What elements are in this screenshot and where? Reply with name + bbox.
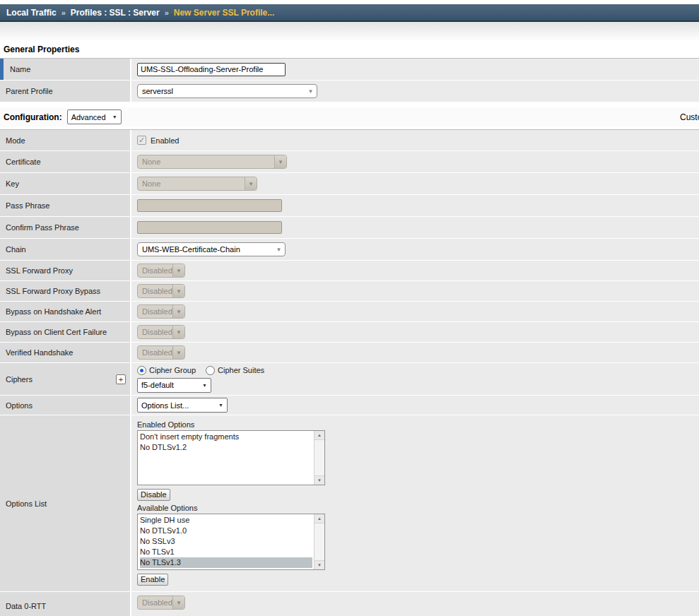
server-ssl-profile-page: Local Traffic » Profiles : SSL : Server … — [0, 0, 699, 616]
data-0rtt-select-disabled: Disabled — [137, 596, 185, 610]
scroll-up-icon[interactable] — [315, 514, 324, 523]
cipher-suites-radio-label: Cipher Suites — [218, 366, 264, 374]
certificate-value-cell: None — [131, 151, 699, 173]
configuration-level-value: Advanced — [71, 113, 106, 122]
configuration-label: Configuration: — [4, 112, 62, 122]
list-option[interactable]: Don't insert empty fragments — [140, 432, 312, 442]
list-option[interactable]: Single DH use — [140, 515, 312, 526]
configuration-level-select[interactable]: Advanced — [67, 109, 122, 124]
cipher-group-radio[interactable]: Cipher Group — [137, 366, 196, 375]
confirm-pass-phrase-label-cell: Confirm Pass Phrase — [0, 217, 131, 239]
required-indicator — [0, 59, 4, 80]
chevron-down-icon — [245, 177, 257, 190]
scroll-down-icon[interactable] — [315, 560, 324, 569]
breadcrumb-local-traffic[interactable]: Local Traffic — [6, 8, 57, 18]
breadcrumb-profiles-ssl-server[interactable]: Profiles : SSL : Server — [71, 8, 160, 18]
chevron-down-icon — [273, 243, 285, 256]
row-certificate: Certificate None — [0, 151, 699, 173]
verified-handshake-label: Verified Handshake — [6, 348, 73, 357]
cipher-group-select[interactable]: f5-default — [137, 378, 211, 393]
radio-unselected-icon — [206, 366, 215, 375]
name-value-cell — [131, 59, 699, 81]
certificate-selected-value: None — [142, 158, 160, 166]
ssl-forward-proxy-selected-value: Disabled — [142, 266, 172, 275]
chevron-down-icon — [172, 285, 184, 297]
chevron-down-icon — [172, 305, 184, 318]
chevron-down-icon — [172, 596, 184, 609]
scrollbar[interactable] — [314, 514, 324, 569]
bypass-on-client-cert-failure-label: Bypass on Client Cert Failure — [6, 328, 107, 336]
mode-enabled-checkbox — [137, 136, 146, 145]
data-0rtt-selected-value: Disabled — [142, 598, 172, 607]
parent-profile-select[interactable]: serverssl — [137, 84, 317, 98]
bypass-on-client-cert-failure-selected-value: Disabled — [142, 328, 172, 336]
chain-select[interactable]: UMS-WEB-Certificate-Chain — [137, 242, 286, 256]
options-list-value-cell: Enabled Options Don't insert empty fragm… — [131, 415, 699, 592]
mode-value-cell: Enabled — [131, 130, 699, 151]
ssl-forward-proxy-label-cell: SSL Forward Proxy — [0, 261, 131, 281]
confirm-pass-phrase-input — [137, 221, 282, 234]
scroll-up-icon[interactable] — [315, 431, 324, 440]
cipher-group-selected-value: f5-default — [141, 381, 174, 389]
row-ciphers: Ciphers + Cipher Group Cipher Suites — [0, 363, 699, 396]
options-value-cell: Options List... — [131, 396, 699, 415]
certificate-label: Certificate — [6, 158, 41, 166]
enable-button[interactable]: Enable — [137, 574, 168, 586]
available-options-title: Available Options — [137, 504, 197, 512]
ssl-forward-proxy-bypass-select-disabled: Disabled — [137, 284, 185, 298]
scroll-down-icon[interactable] — [315, 475, 324, 485]
row-confirm-pass-phrase: Confirm Pass Phrase — [0, 217, 699, 239]
general-properties-title: General Properties — [0, 40, 699, 58]
ssl-forward-proxy-bypass-label: SSL Forward Proxy Bypass — [6, 287, 100, 295]
disable-button[interactable]: Disable — [137, 489, 170, 501]
key-label: Key — [6, 179, 19, 188]
list-option[interactable]: No DTLSv1.2 — [140, 442, 312, 453]
bypass-on-handshake-alert-selected-value: Disabled — [142, 307, 172, 316]
enabled-options-listbox[interactable]: Don't insert empty fragmentsNo DTLSv1.2 — [137, 430, 325, 485]
key-selected-value: None — [142, 179, 160, 188]
row-bypass-on-handshake-alert: Bypass on Handshake Alert Disabled — [0, 302, 699, 322]
ciphers-label: Ciphers — [6, 375, 33, 384]
ciphers-value-cell: Cipher Group Cipher Suites f5-default — [131, 363, 699, 396]
ssl-forward-proxy-label: SSL Forward Proxy — [6, 266, 73, 275]
scrollbar[interactable] — [314, 431, 324, 485]
options-select[interactable]: Options List... — [137, 398, 228, 413]
chevron-down-icon — [172, 346, 184, 359]
bypass-on-client-cert-failure-select-disabled: Disabled — [137, 325, 185, 339]
certificate-select-disabled: None — [137, 155, 287, 169]
ssl-forward-proxy-bypass-label-cell: SSL Forward Proxy Bypass — [0, 281, 131, 302]
list-option[interactable]: No DTLSv1.0 — [140, 526, 312, 536]
row-bypass-on-client-cert-failure: Bypass on Client Cert Failure Disabled — [0, 322, 699, 343]
bypass-on-handshake-alert-select-disabled: Disabled — [137, 304, 185, 319]
list-option[interactable]: No SSLv3 — [140, 536, 312, 547]
key-value-cell: None — [131, 173, 699, 195]
chain-label: Chain — [6, 245, 26, 254]
options-label-cell: Options — [0, 396, 131, 415]
options-selected-value: Options List... — [141, 401, 189, 410]
list-option[interactable]: No TLSv1 — [140, 547, 312, 557]
row-mode: Mode Enabled — [0, 130, 699, 151]
cipher-suites-radio[interactable]: Cipher Suites — [206, 366, 264, 375]
ciphers-expand-button[interactable]: + — [116, 374, 126, 384]
mode-label: Mode — [6, 136, 25, 145]
custom-column-label: Custom — [680, 112, 699, 122]
verified-handshake-label-cell: Verified Handshake — [0, 343, 131, 363]
available-options-listbox[interactable]: Single DH useNo DTLSv1.0No SSLv3No TLSv1… — [137, 514, 325, 570]
list-option[interactable]: No TLSv1.3 — [140, 557, 312, 568]
key-select-disabled: None — [137, 177, 257, 191]
bypass-on-client-cert-failure-label-cell: Bypass on Client Cert Failure — [0, 322, 131, 343]
row-data-0rtt: Data 0-RTT Disabled — [0, 592, 699, 616]
chain-selected-value: UMS-WEB-Certificate-Chain — [142, 245, 240, 254]
parent-profile-label-cell: Parent Profile — [0, 81, 131, 102]
options-list-label-cell: Options List — [0, 415, 131, 592]
row-ssl-forward-proxy-bypass: SSL Forward Proxy Bypass Disabled — [0, 281, 699, 302]
configuration-table: Mode Enabled Certificate None Key — [0, 129, 699, 616]
row-options: Options Options List... — [0, 396, 699, 415]
parent-profile-selected-value: serverssl — [142, 87, 173, 95]
bypass-on-client-cert-failure-value-cell: Disabled — [131, 322, 699, 343]
options-list-label: Options List — [6, 499, 47, 508]
data-0rtt-value-cell: Disabled — [131, 592, 699, 616]
mode-checkbox-label: Enabled — [151, 136, 179, 145]
confirm-pass-phrase-value-cell — [131, 217, 699, 239]
name-input[interactable] — [137, 63, 286, 76]
